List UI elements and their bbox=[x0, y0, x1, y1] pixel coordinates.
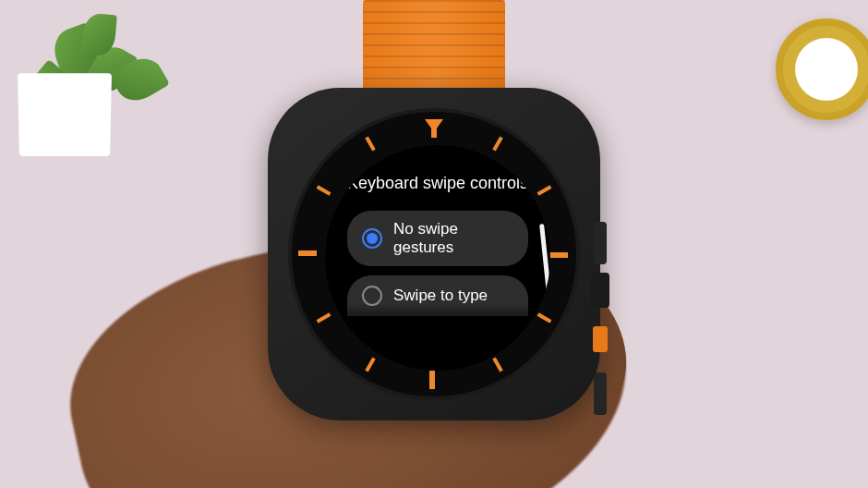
watch-side-button-bottom[interactable] bbox=[594, 372, 607, 415]
option-swipe-to-type[interactable]: Swipe to type bbox=[347, 275, 528, 316]
settings-page-title: Keyboard swipe controls bbox=[347, 173, 528, 194]
option-label: Swipe to type bbox=[393, 287, 488, 305]
watch-action-button[interactable] bbox=[593, 326, 608, 352]
watch-side-button-top[interactable] bbox=[594, 222, 607, 264]
watch-crown[interactable] bbox=[591, 273, 609, 308]
watch-screen[interactable]: Keyboard swipe controls No swipe gesture… bbox=[325, 145, 550, 371]
radio-unselected-icon bbox=[362, 286, 382, 306]
plant-decoration bbox=[0, 0, 166, 185]
option-label: No swipe gestures bbox=[393, 220, 513, 258]
option-no-swipe-gestures[interactable]: No swipe gestures bbox=[347, 211, 528, 267]
watch-bezel[interactable]: Keyboard swipe controls No swipe gesture… bbox=[288, 108, 580, 400]
smartwatch-body: Keyboard swipe controls No swipe gesture… bbox=[268, 88, 600, 421]
radio-selected-icon bbox=[362, 228, 382, 249]
gold-clock-decoration bbox=[776, 18, 868, 120]
